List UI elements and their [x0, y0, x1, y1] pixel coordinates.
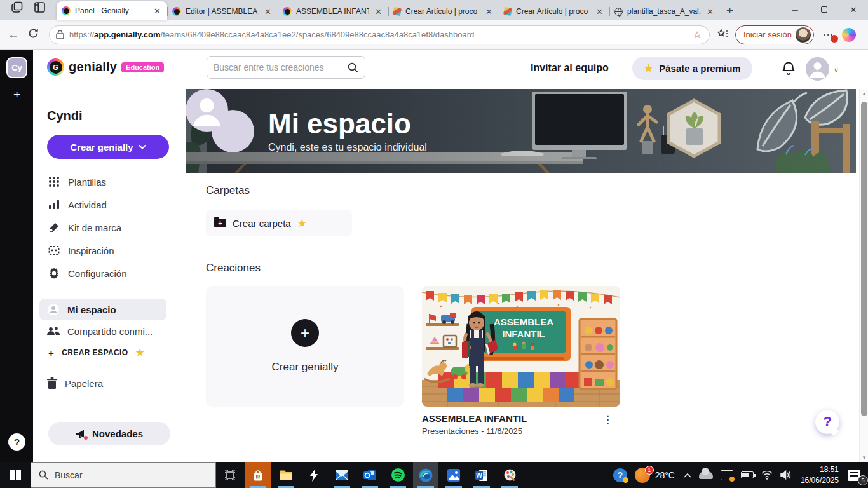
taskbar-search-input[interactable]: [55, 470, 182, 480]
premium-star-icon: ★: [136, 347, 145, 358]
board-title-line2: INFANTIL: [502, 329, 545, 339]
sidebar-item-papelera[interactable]: Papelera: [39, 372, 166, 394]
edge-icon: [419, 468, 433, 482]
scroll-up-icon[interactable]: ▲: [860, 89, 868, 98]
taskbar-search[interactable]: [31, 462, 216, 488]
taskbar-edge-button[interactable]: [413, 462, 438, 488]
tab-crear-articulo-2[interactable]: Crear Artículo | proco ✕: [499, 3, 609, 20]
notifications-bell-icon[interactable]: [782, 61, 796, 79]
speaker-icon: [780, 470, 792, 480]
temperature-label[interactable]: 28°C: [654, 462, 680, 488]
tab-assemblea[interactable]: ASSEMBLEA INFANTIL ✕: [278, 3, 388, 20]
minimize-button[interactable]: ─: [780, 0, 810, 19]
cube-favicon-icon: [503, 7, 512, 16]
taskbar-spotify-button[interactable]: [385, 462, 410, 488]
favorite-star-icon[interactable]: ☆: [692, 29, 703, 41]
tab-panel-genially[interactable]: Panel - Genially ✕: [57, 1, 167, 20]
action-center-button[interactable]: 5: [844, 462, 868, 488]
creation-thumbnail[interactable]: ASSEMBLEA INFANTIL: [422, 286, 620, 407]
create-genially-label: Crear genially: [272, 361, 339, 374]
rail-help-icon[interactable]: ?: [8, 433, 25, 451]
creation-menu-icon[interactable]: ⋮: [602, 413, 614, 426]
tab-close-icon[interactable]: ✕: [484, 7, 494, 17]
browser-tabstrip: Panel - Genially ✕ Editor | ASSEMBLEA IN…: [0, 0, 868, 20]
sidebar-item-mi-espacio[interactable]: Mi espacio: [39, 299, 166, 320]
avatar-chevron-icon[interactable]: ∨: [834, 66, 839, 74]
menu-notification-badge: [831, 35, 838, 43]
new-tab-button[interactable]: +: [720, 4, 742, 20]
invite-team-button[interactable]: Invitar al equipo: [531, 62, 609, 74]
taskbar-mail-button[interactable]: [329, 462, 355, 488]
sidebar-item-label: Mi espacio: [67, 304, 116, 315]
tab-close-icon[interactable]: ✕: [705, 7, 715, 17]
tray-weather-button[interactable]: 1: [631, 462, 654, 488]
tray-help-button[interactable]: ?: [609, 462, 631, 488]
sidebar-item-inspiracion[interactable]: Inspiración: [47, 239, 186, 262]
tab-editor[interactable]: Editor | ASSEMBLEA IN ✕: [167, 3, 278, 20]
premium-button[interactable]: ★ Pásate a premium: [632, 57, 752, 80]
create-genially-button[interactable]: Crear genially: [47, 135, 169, 159]
sidebar-item-plantillas[interactable]: Plantillas: [47, 170, 186, 193]
taskbar-store-button[interactable]: [245, 462, 271, 488]
wifi-tray-button[interactable]: [757, 462, 776, 488]
page-scrollbar[interactable]: ▲ ▼: [859, 89, 868, 462]
tray-expand-button[interactable]: [680, 462, 695, 488]
favorites-bar-icon[interactable]: [717, 29, 729, 41]
cast-tray-button[interactable]: [717, 462, 737, 488]
create-genially-card[interactable]: + Crear genially: [206, 286, 404, 407]
tab-close-icon[interactable]: ✕: [374, 7, 383, 17]
taskbar-outlook-button[interactable]: [357, 462, 383, 488]
create-space-button[interactable]: + CREAR ESPACIO ★: [39, 342, 166, 363]
clock[interactable]: 18:51 16/06/2025: [796, 464, 844, 485]
close-button[interactable]: ✕: [839, 0, 868, 19]
tab-crear-articulo-1[interactable]: Crear Artículo | proco ✕: [388, 3, 499, 20]
board-title-line1: ASSEMBLEA: [494, 316, 553, 327]
space-banner: Mi espacio Cyndi, este es tu espacio ind…: [186, 89, 856, 173]
workspace-avatar[interactable]: Cy: [6, 57, 27, 78]
tab-close-icon[interactable]: ✕: [153, 6, 162, 16]
sign-in-button[interactable]: Iniciar sesión: [735, 25, 814, 44]
sidebar-item-compartido[interactable]: Compartido conmi...: [39, 320, 166, 342]
scroll-down-icon[interactable]: ▼: [860, 453, 868, 462]
user-avatar[interactable]: [806, 57, 829, 81]
sign-in-label: Iniciar sesión: [743, 30, 792, 39]
premium-star-icon: ★: [644, 62, 653, 75]
url-bar[interactable]: https://app.genially.com/teams/68409e88c…: [49, 25, 710, 44]
create-folder-button[interactable]: Crear carpeta ★: [206, 210, 352, 236]
scrollbar-thumb[interactable]: [861, 102, 867, 416]
battery-tray-button[interactable]: [737, 462, 757, 488]
onedrive-tray-button[interactable]: [695, 462, 717, 488]
tab-close-icon[interactable]: ✕: [263, 7, 273, 17]
browser-menu-icon[interactable]: ⋯: [820, 29, 836, 41]
search-input[interactable]: [214, 62, 348, 72]
taskbar-paint-button[interactable]: [497, 462, 522, 488]
back-icon[interactable]: ←: [0, 28, 27, 41]
taskbar-word-button[interactable]: W: [469, 462, 494, 488]
genially-logo-icon[interactable]: [47, 58, 64, 76]
workspaces-icon[interactable]: [11, 1, 23, 15]
add-workspace-button[interactable]: +: [6, 86, 27, 103]
taskbar-lightning-button[interactable]: [301, 462, 327, 488]
start-button[interactable]: [0, 462, 31, 488]
maximize-button[interactable]: [810, 0, 839, 19]
volume-tray-button[interactable]: [776, 462, 796, 488]
sidebar-item-configuracion[interactable]: Configuración: [47, 262, 186, 285]
sidebar-item-actividad[interactable]: Actividad: [47, 193, 186, 216]
photos-icon: [447, 469, 460, 482]
notification-count-badge: 5: [858, 475, 868, 485]
taskbar-explorer-button[interactable]: [273, 462, 299, 488]
sidebar-item-label: Kit de marca: [68, 222, 121, 233]
help-widget[interactable]: ?: [815, 410, 839, 434]
space-avatar[interactable]: [212, 110, 254, 152]
refresh-icon[interactable]: [28, 28, 39, 41]
vertical-tabs-icon[interactable]: [34, 2, 45, 15]
tab-close-icon[interactable]: ✕: [595, 7, 604, 17]
tab-plantilla[interactable]: plantilla_tasca_A_val.d ✕: [609, 3, 720, 20]
creations-search[interactable]: [207, 56, 365, 79]
copilot-icon[interactable]: [842, 28, 856, 42]
task-view-button[interactable]: [217, 462, 243, 488]
sidebar-item-kit-de-marca[interactable]: Kit de marca: [47, 216, 186, 239]
news-button[interactable]: Novedades: [48, 422, 170, 445]
taskbar-photos-button[interactable]: [441, 462, 466, 488]
brand-kit-icon: [48, 222, 60, 233]
